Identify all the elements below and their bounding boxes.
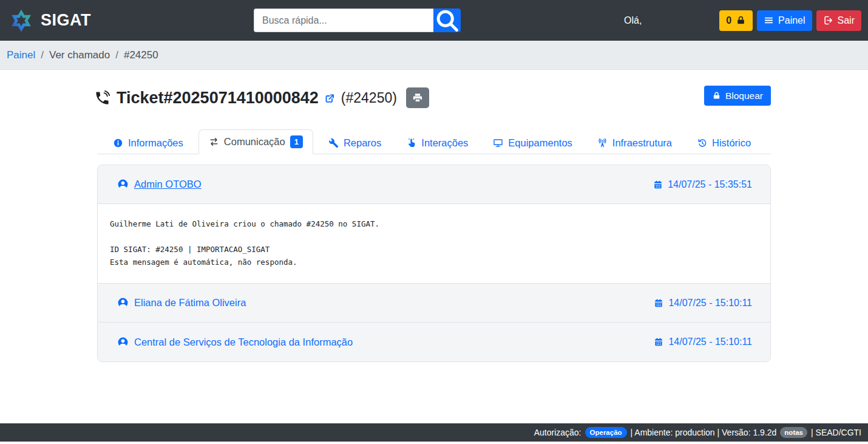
user-circle-icon: [117, 179, 129, 190]
calendar-icon: [654, 298, 663, 308]
footer: Autorização: Operação | Ambiente: produc…: [0, 423, 868, 442]
tab-label: Reparos: [344, 137, 381, 149]
phone-volume-icon: [94, 90, 110, 106]
bloquear-label: Bloquear: [725, 91, 763, 101]
brand[interactable]: SIGAT: [8, 8, 91, 33]
search-button[interactable]: [433, 9, 461, 32]
author-link[interactable]: Eliana de Fátima Oliveira: [117, 297, 246, 309]
ticket-number-suffix: (#24250): [341, 90, 397, 106]
message-header-row: Admin OTOBO 14/07/25 - 15:35:51: [98, 165, 770, 204]
breadcrumb-ticket-number: #24250: [124, 49, 158, 61]
breadcrumb-ver-chamado: Ver chamado: [49, 49, 110, 61]
message-body: Guilherme Lati de Oliveira criou o chama…: [98, 204, 770, 284]
author-name: Central de Serviços de Tecnologia da Inf…: [134, 336, 353, 348]
external-link-icon[interactable]: [324, 92, 336, 104]
menu-icon: [764, 15, 774, 26]
tab-equipamentos[interactable]: Equipamentos: [483, 132, 582, 154]
tab-label: Comunicação: [224, 136, 285, 148]
author-name: Eliana de Fátima Oliveira: [134, 297, 246, 309]
footer-ambiente-text: | Ambiente: production | Versão: 1.9.2d: [631, 428, 777, 437]
calendar-icon: [654, 337, 663, 347]
locked-tickets-button[interactable]: 0: [719, 10, 753, 31]
sign-out-icon: [823, 15, 833, 26]
communication-list: Admin OTOBO 14/07/25 - 15:35:51 Guilherm…: [97, 165, 771, 362]
bloquear-button[interactable]: Bloquear: [704, 86, 771, 106]
tab-comunicacao[interactable]: Comunicação 1: [198, 129, 313, 154]
info-circle-icon: [113, 138, 123, 148]
tab-label: Interações: [421, 137, 468, 149]
user-circle-icon: [117, 297, 129, 309]
communication-count-badge: 1: [290, 135, 303, 148]
main-content: Ticket#2025071410000842 (#24250) Bloquea…: [97, 84, 771, 362]
breadcrumb: Painel / Ver chamado / #24250: [0, 41, 868, 70]
quick-search: [254, 9, 461, 32]
tab-infraestrutura[interactable]: Infraestrutura: [588, 132, 682, 154]
date-text: 14/07/25 - 15:10:11: [668, 336, 752, 347]
tab-label: Equipamentos: [508, 137, 572, 149]
history-icon: [697, 138, 707, 148]
ticket-title-row: Ticket#2025071410000842 (#24250) Bloquea…: [97, 84, 771, 111]
printer-icon: [412, 92, 423, 103]
print-button[interactable]: [406, 87, 429, 108]
sair-label: Sair: [838, 15, 855, 26]
wrench-icon: [328, 138, 339, 148]
message-header-row: Eliana de Fátima Oliveira 14/07/25 - 15:…: [98, 284, 770, 323]
tab-label: Informações: [128, 137, 183, 149]
author-link[interactable]: Central de Serviços de Tecnologia da Inf…: [117, 336, 353, 348]
tab-reparos[interactable]: Reparos: [319, 132, 391, 154]
breadcrumb-painel-link[interactable]: Painel: [7, 49, 35, 61]
date-text: 14/07/25 - 15:10:11: [668, 298, 752, 309]
lock-icon: [712, 91, 721, 100]
tab-label: Infraestrutura: [612, 137, 672, 149]
brand-title: SIGAT: [41, 11, 91, 30]
top-navbar: SIGAT Olá, 0 Painel: [0, 0, 868, 41]
breadcrumb-separator: /: [41, 49, 44, 61]
exchange-icon: [209, 137, 219, 147]
user-circle-icon: [117, 336, 129, 348]
message-date: 14/07/25 - 15:10:11: [654, 298, 752, 309]
painel-label: Painel: [778, 15, 805, 26]
sair-button[interactable]: Sair: [816, 10, 861, 31]
page-title: Ticket#2025071410000842: [117, 89, 319, 108]
greeting-text: Olá,: [624, 15, 642, 26]
tab-informacoes[interactable]: Informações: [103, 132, 193, 154]
message-header-row: Central de Serviços de Tecnologia da Inf…: [98, 323, 770, 361]
tab-label: Histórico: [712, 137, 751, 149]
navbar-actions: 0 Painel Sair: [719, 10, 861, 31]
tab-interacoes[interactable]: Interações: [396, 132, 478, 154]
author-link[interactable]: Admin OTOBO: [117, 179, 202, 190]
ticket-tabs: Informações Comunicação 1 Reparos Intera…: [97, 129, 771, 154]
message-date: 14/07/25 - 15:35:51: [653, 179, 752, 190]
painel-button[interactable]: Painel: [757, 10, 812, 31]
date-text: 14/07/25 - 15:35:51: [668, 179, 752, 190]
breadcrumb-separator: /: [115, 49, 118, 61]
lock-icon: [736, 15, 746, 26]
search-input[interactable]: [254, 9, 433, 32]
message-date: 14/07/25 - 15:10:11: [654, 336, 752, 347]
desktop-icon: [493, 138, 503, 148]
calendar-icon: [653, 180, 663, 190]
author-name: Admin OTOBO: [134, 179, 202, 190]
broadcast-tower-icon: [597, 138, 608, 148]
hand-pointer-icon: [406, 138, 416, 148]
sigat-logo-icon: [8, 8, 34, 33]
search-icon: [433, 7, 461, 34]
footer-autorizacao-label: Autorização:: [534, 428, 581, 437]
operacao-badge: Operação: [585, 427, 627, 438]
notas-badge[interactable]: notas: [780, 427, 807, 438]
footer-org-text: | SEAD/CGTI: [811, 428, 861, 437]
tab-historico[interactable]: Histórico: [687, 132, 761, 154]
locked-count: 0: [726, 15, 731, 26]
